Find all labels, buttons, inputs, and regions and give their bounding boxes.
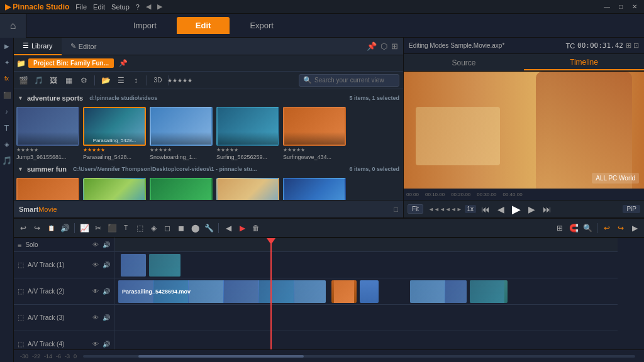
- sidebar-icon-audio[interactable]: 🎵: [1, 155, 13, 166]
- track-mute-av4[interactable]: 🔊: [103, 341, 110, 348]
- tl-icon-snap[interactable]: ⊞: [554, 222, 565, 234]
- track-header-av3[interactable]: ⬚ A/V Track (3) 👁 🔊: [14, 305, 114, 331]
- forward-btn[interactable]: ▶: [157, 3, 162, 11]
- media-icon-folder[interactable]: 📂: [100, 75, 111, 86]
- clip-av2-4[interactable]: [410, 280, 467, 303]
- menu-edit[interactable]: Edit: [93, 3, 105, 11]
- media-item[interactable]: ★★★★★ Surfing_56256259...: [216, 107, 279, 160]
- media-icon-settings[interactable]: ⚙: [78, 75, 89, 86]
- media-item-selected[interactable]: Parasailing_5428... ★★★★★ Parasailing_54…: [83, 107, 146, 160]
- tl-icon-11[interactable]: ◻: [162, 222, 173, 234]
- tab-edit[interactable]: Edit: [177, 17, 230, 34]
- tl-icon-12[interactable]: ◼: [175, 222, 187, 234]
- track-mute-av3[interactable]: 🔊: [103, 314, 110, 321]
- track-header-solo[interactable]: ≡ Solo 👁 🔊: [14, 238, 114, 252]
- preview-tab-timeline[interactable]: Timeline: [524, 55, 644, 70]
- media-item[interactable]: ★★★★★ Surfingwave_434...: [283, 107, 346, 160]
- minimize-btn[interactable]: —: [602, 3, 611, 11]
- media-search[interactable]: 🔍: [299, 74, 399, 87]
- zoom-slider[interactable]: [83, 355, 635, 358]
- tl-icon-1[interactable]: ↩: [18, 222, 29, 234]
- tl-icon-redo[interactable]: ↪: [615, 222, 626, 234]
- tl-icon-16[interactable]: ▶: [236, 222, 248, 234]
- clip-av2-5[interactable]: [470, 280, 508, 303]
- track-visibility[interactable]: 👁: [92, 241, 99, 248]
- track-vis-av3[interactable]: 👁: [92, 314, 99, 321]
- sidebar-icon-star[interactable]: ✦: [1, 57, 13, 68]
- tl-icon-4[interactable]: 🔊: [59, 222, 70, 234]
- tl-icon-8[interactable]: T: [120, 222, 131, 234]
- tab-import[interactable]: Import: [114, 17, 175, 34]
- fit-dropdown[interactable]: Fit: [408, 204, 423, 214]
- media-icon-sort[interactable]: ↕: [130, 75, 142, 86]
- tl-icon-17[interactable]: 🗑: [250, 222, 262, 234]
- tl-icon-zoom[interactable]: 🔍: [582, 222, 593, 234]
- tl-icon-magnet[interactable]: 🧲: [568, 222, 579, 234]
- sidebar-icon-transition[interactable]: ⬛: [1, 89, 13, 101]
- close-btn[interactable]: ✕: [630, 3, 639, 11]
- track-header-av2[interactable]: ⬚ A/V Track (2) 👁 🔊: [14, 278, 114, 305]
- back-btn[interactable]: ◀: [146, 3, 151, 11]
- home-button[interactable]: ⌂: [0, 14, 26, 38]
- media-icon-list[interactable]: ☰: [115, 75, 126, 86]
- project-bin-label[interactable]: Project Bin: Family Fun...: [28, 58, 114, 68]
- clip-av1-1[interactable]: [121, 254, 146, 277]
- media-icon-project[interactable]: ▦: [63, 75, 74, 86]
- maximize-btn[interactable]: □: [616, 3, 625, 11]
- media-icon-audio[interactable]: 🎵: [33, 75, 44, 86]
- tl-icon-2[interactable]: ↪: [31, 222, 43, 234]
- media-item[interactable]: ✓ ★★★★★ PS213751172462j...: [216, 178, 279, 200]
- tab-export[interactable]: Export: [231, 17, 292, 34]
- tc-icons[interactable]: ⊞ ⊡: [626, 41, 639, 50]
- btn-play[interactable]: ▶: [509, 201, 523, 217]
- tl-icon-7[interactable]: ⬛: [106, 222, 118, 234]
- tl-icon-3[interactable]: 📋: [45, 222, 57, 234]
- track-vis-av2[interactable]: 👁: [92, 288, 99, 295]
- menu-setup[interactable]: Setup: [111, 3, 130, 11]
- clip-av2-3[interactable]: [360, 280, 379, 303]
- btn-prev-frame[interactable]: ◀: [495, 203, 507, 216]
- media-icon-video[interactable]: 🎬: [18, 75, 29, 86]
- media-icon-3d[interactable]: 3D: [152, 75, 164, 86]
- lib-tab-editor[interactable]: ✎ Editor: [62, 38, 106, 55]
- pin-icon2[interactable]: 📌: [119, 59, 128, 67]
- tl-icon-10[interactable]: ◈: [148, 222, 159, 234]
- expand-icon[interactable]: ⬡: [380, 41, 387, 51]
- layout-icon[interactable]: ⊞: [391, 41, 398, 51]
- track-mute[interactable]: 🔊: [103, 241, 110, 248]
- track-header-av4[interactable]: ⬚ A/V Track (4) 👁 🔊: [14, 331, 114, 349]
- sidebar-icon-fx[interactable]: fx: [1, 73, 13, 84]
- tl-icon-undo[interactable]: ↩: [601, 222, 613, 234]
- track-mute-av1[interactable]: 🔊: [103, 261, 110, 268]
- clip-av1-2[interactable]: [149, 254, 180, 277]
- btn-next-frame[interactable]: ▶: [526, 203, 538, 216]
- pip-button[interactable]: PiP: [623, 205, 640, 213]
- media-item[interactable]: ✓ ★★★★★ PS21274883654j...: [83, 178, 146, 200]
- track-vis-av1[interactable]: 👁: [92, 261, 99, 268]
- clip-av2-2[interactable]: [331, 280, 357, 303]
- tl-icon-13[interactable]: ⬤: [189, 222, 201, 234]
- tl-icon-5[interactable]: 📈: [79, 222, 90, 234]
- tl-icon-9[interactable]: ⬚: [134, 222, 145, 234]
- tl-icon-15[interactable]: ◀: [223, 222, 234, 234]
- tl-icon-6[interactable]: ✂: [92, 222, 104, 234]
- preview-tab-source[interactable]: Source: [404, 56, 524, 70]
- track-vis-av4[interactable]: 👁: [92, 341, 99, 348]
- media-item[interactable]: ✓ ★★★★★ PS213751140686j...: [150, 178, 213, 200]
- media-icon-image[interactable]: 🖼: [48, 75, 59, 86]
- sidebar-icon-music[interactable]: ♪: [1, 106, 13, 117]
- search-input[interactable]: [314, 77, 395, 84]
- media-item[interactable]: ★★★★★ Snowboarding_1...: [150, 107, 213, 160]
- clip-parasailing[interactable]: Parasailing_5428694.mov: [118, 280, 326, 303]
- lib-tab-library[interactable]: ☰ Library: [14, 38, 62, 55]
- menu-file[interactable]: File: [75, 3, 87, 11]
- sidebar-icon-arrow[interactable]: ▶: [1, 40, 13, 52]
- pin-icon[interactable]: 📌: [367, 41, 377, 51]
- track-mute-av2[interactable]: 🔊: [103, 288, 110, 295]
- smartmovie-expand[interactable]: □: [394, 206, 398, 213]
- tl-icon-14[interactable]: 🔧: [203, 222, 214, 234]
- track-header-av1[interactable]: ⬚ A/V Track (1) 👁 🔊: [14, 252, 114, 278]
- btn-skip-end[interactable]: ⏭: [540, 203, 554, 216]
- tl-icon-arrow[interactable]: ▶: [629, 222, 640, 234]
- media-item[interactable]: ★★★★★ Jump3_96155681...: [16, 107, 79, 160]
